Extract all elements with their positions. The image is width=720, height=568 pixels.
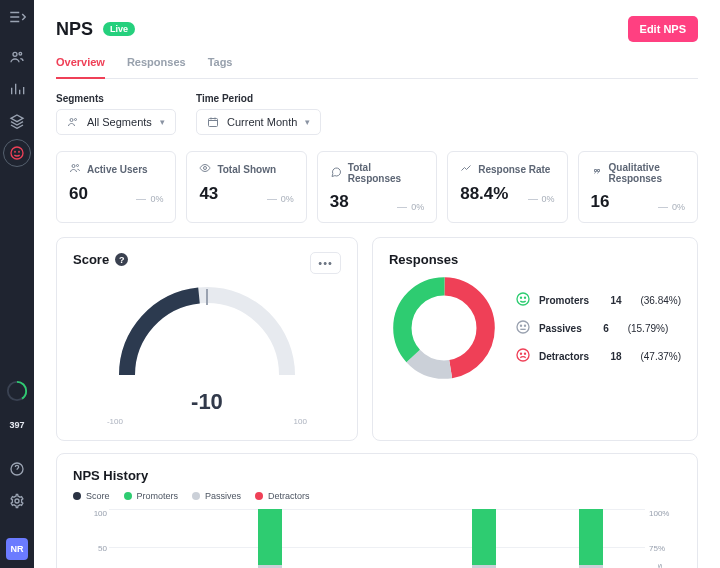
kpi-delta: 0% (267, 194, 294, 204)
svg-point-22 (524, 297, 525, 298)
kpi-value: 43 (199, 184, 218, 204)
nav-analytics-icon[interactable] (8, 80, 26, 98)
nav-nps-icon[interactable] (8, 144, 26, 162)
page-header: NPS Live Edit NPS (56, 16, 698, 42)
kpi-value: 38 (330, 192, 349, 212)
responses-title: Responses (389, 252, 458, 267)
sidebar: 397 NR (0, 0, 34, 568)
history-legend: Score Promoters Passives Detractors (73, 491, 681, 501)
page-title: NPS (56, 19, 93, 40)
history-title: NPS History (73, 468, 681, 483)
history-chart: 100500-50-100 100%75%50%25%0% Score Resp… (109, 509, 645, 568)
legend-label: Passives (539, 323, 582, 334)
nav-users-icon[interactable] (8, 48, 26, 66)
legend-row: Detractors 18 (47.37%) (515, 347, 681, 365)
kpi-label: Active Users (87, 164, 148, 175)
legend-pct: (36.84%) (640, 295, 681, 306)
trend-icon (460, 162, 472, 176)
tab-tags[interactable]: Tags (208, 56, 233, 78)
svg-point-4 (19, 151, 20, 152)
score-max: 100 (294, 417, 307, 426)
status-badge: Live (103, 22, 135, 36)
legend-pct: (15.79%) (628, 323, 669, 334)
nav-settings-icon[interactable] (8, 492, 26, 510)
kpi-value: 16 (591, 192, 610, 212)
legend-row: Promoters 14 (36.84%) (515, 291, 681, 309)
kpi-card: Qualitative Responses 160% (578, 151, 698, 223)
kpi-value: 88.4% (460, 184, 508, 204)
chevron-down-icon: ▾ (160, 117, 165, 127)
tab-responses[interactable]: Responses (127, 56, 186, 78)
quote-icon (591, 166, 603, 180)
score-gauge (107, 275, 307, 385)
legend-label: Promoters (539, 295, 589, 306)
svg-point-21 (520, 297, 521, 298)
kpi-value: 60 (69, 184, 88, 204)
responses-donut (389, 273, 499, 383)
svg-point-14 (204, 167, 207, 170)
svg-point-13 (77, 165, 79, 167)
nav-layers-icon[interactable] (8, 112, 26, 130)
kpi-delta: 0% (397, 202, 424, 212)
svg-point-2 (11, 147, 23, 159)
history-panel: NPS History Score Promoters Passives Det… (56, 453, 698, 568)
time-period-label: Time Period (196, 93, 321, 104)
responses-panel: Responses Promoters 14 (36.84%)Passives … (372, 237, 698, 441)
score-min: -100 (107, 417, 123, 426)
users-icon (69, 162, 81, 176)
edit-nps-button[interactable]: Edit NPS (628, 16, 698, 42)
kpi-label: Total Responses (348, 162, 424, 184)
kpi-label: Response Rate (478, 164, 550, 175)
svg-point-23 (517, 321, 529, 333)
kpi-card: Total Shown 430% (186, 151, 306, 223)
legend-count: 6 (603, 323, 609, 334)
calendar-icon (207, 116, 219, 128)
side-score-ring[interactable] (6, 380, 28, 402)
svg-point-0 (13, 52, 17, 56)
svg-point-3 (15, 151, 16, 152)
legend-row: Passives 6 (15.79%) (515, 319, 681, 337)
svg-point-26 (517, 349, 529, 361)
y-right-label: Responses (654, 564, 663, 568)
user-avatar[interactable]: NR (6, 538, 28, 560)
face-icon (515, 347, 531, 365)
help-icon[interactable]: ? (115, 253, 128, 266)
svg-point-8 (15, 499, 19, 503)
svg-point-20 (517, 293, 529, 305)
legend-count: 14 (611, 295, 622, 306)
svg-point-12 (72, 165, 75, 168)
score-value: -10 (191, 389, 223, 415)
score-panel: ••• Score? -10 -100 100 (56, 237, 358, 441)
users-icon (67, 116, 79, 128)
nav-help-icon[interactable] (8, 460, 26, 478)
svg-point-9 (70, 119, 73, 122)
panel-more-button[interactable]: ••• (310, 252, 341, 274)
time-period-select[interactable]: Current Month ▾ (196, 109, 321, 135)
kpi-label: Total Shown (217, 164, 276, 175)
eye-icon (199, 162, 211, 176)
legend-label: Detractors (539, 351, 589, 362)
svg-rect-11 (209, 119, 218, 127)
svg-point-25 (524, 325, 525, 326)
kpi-label: Qualitative Responses (609, 162, 685, 184)
kpi-row: Active Users 600%Total Shown 430%Total R… (56, 151, 698, 223)
segments-label: Segments (56, 93, 176, 104)
svg-point-27 (520, 353, 521, 354)
kpi-delta: 0% (528, 194, 555, 204)
kpi-card: Total Responses 380% (317, 151, 437, 223)
time-period-value: Current Month (227, 116, 297, 128)
score-title: Score (73, 252, 109, 267)
side-score-value: 397 (9, 420, 24, 430)
chat-icon (330, 166, 342, 180)
kpi-delta: 0% (658, 202, 685, 212)
svg-point-28 (524, 353, 525, 354)
svg-point-24 (520, 325, 521, 326)
kpi-card: Active Users 600% (56, 151, 176, 223)
tabs: Overview Responses Tags (56, 56, 698, 79)
tab-overview[interactable]: Overview (56, 56, 105, 79)
segments-select[interactable]: All Segments ▾ (56, 109, 176, 135)
menu-toggle-icon[interactable] (8, 8, 26, 26)
face-icon (515, 319, 531, 337)
face-icon (515, 291, 531, 309)
chevron-down-icon: ▾ (305, 117, 310, 127)
